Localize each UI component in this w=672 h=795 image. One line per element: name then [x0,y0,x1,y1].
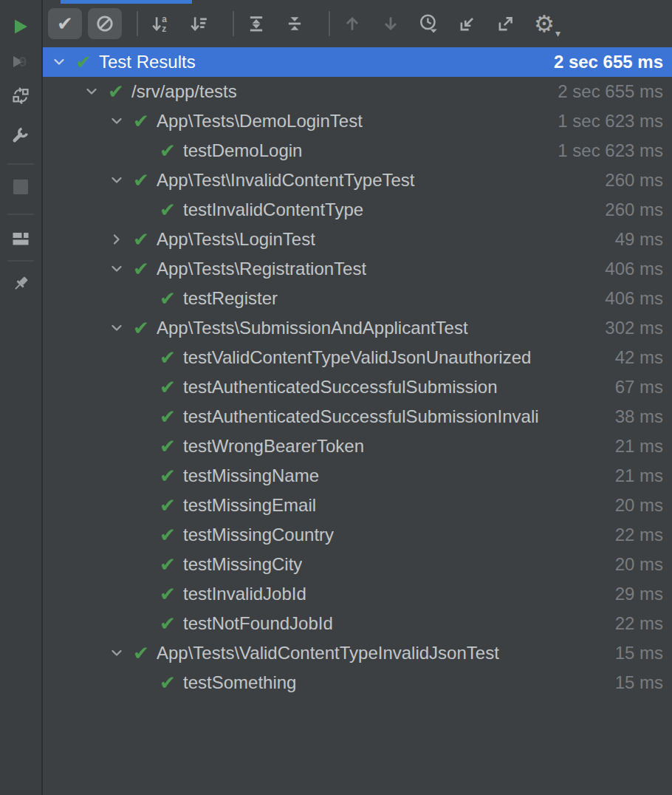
test-name: testInvalidJobId [183,584,306,604]
test-passed-icon: ✔ [106,82,126,101]
test-name: testMissingCountry [183,525,334,545]
svg-text:z: z [162,24,166,33]
test-name: testInvalidContentType [183,199,363,220]
test-passed-icon: ✔ [158,466,177,485]
test-passed-icon: ✔ [158,673,177,692]
test-name: App\Tests\SubmissionAndApplicantTest [157,318,468,338]
test-tree-row[interactable]: ✔testValidContentTypeValidJsonUnauthoriz… [43,343,672,372]
test-tree-row[interactable]: ✔testAuthenticatedSuccessfulSubmission67… [43,372,672,402]
rerun-button[interactable] [11,17,30,36]
test-passed-icon: ✔ [158,614,177,633]
test-name: testMissingCity [183,554,302,575]
rerun-failed-tests-icon: 9 [11,52,30,72]
toggle-auto-test-button[interactable] [11,86,30,106]
test-tree-row[interactable]: ✔App\Test\InvalidContentTypeTest260 ms [43,166,672,195]
chevron-down-icon[interactable] [108,319,126,337]
test-passed-icon: ✔ [74,52,93,72]
test-duration: 15 ms [608,672,663,693]
pin-icon [11,274,30,293]
test-passed-icon: ✔ [131,112,151,131]
show-passed-button[interactable]: ✔ [48,8,82,39]
test-passed-icon: ✔ [131,171,151,190]
test-tree-row[interactable]: ✔testMissingCity20 ms [43,550,672,579]
test-tree-row[interactable]: ✔testMissingName21 ms [43,461,672,491]
chevron-down-icon[interactable] [108,260,126,278]
test-tree-row[interactable]: ✔testRegister406 ms [43,284,672,313]
toolbar-separator [233,11,234,36]
import-arrow-icon [458,14,477,33]
test-name: testDemoLogin [183,140,302,161]
test-passed-icon: ✔ [158,437,177,456]
test-name: App\Tests\RegistrationTest [157,259,366,279]
test-tree-row[interactable]: ✔testMissingEmail20 ms [43,491,672,520]
show-ignored-button[interactable] [88,8,122,39]
pin-tab-button[interactable] [11,274,30,293]
collapse-all-button[interactable] [281,10,308,37]
test-tree-row[interactable]: ✔testInvalidContentType260 ms [43,195,672,225]
test-name: App\Tests\ValidContentTypeInvalidJsonTes… [157,643,499,663]
expand-all-button[interactable] [243,10,270,37]
test-tree-row[interactable]: ✔App\Tests\LoginTest49 ms [43,225,672,254]
test-tree-row[interactable]: ✔testNotFoundJobId22 ms [43,609,672,638]
sort-by-duration-button[interactable] [185,10,212,37]
test-duration: 42 ms [608,347,663,368]
test-name: testValidContentTypeValidJsonUnauthorize… [183,347,531,368]
expand-all-icon [247,14,266,33]
next-failed-test-button [377,10,404,37]
options-button[interactable]: ⚙ ▾ [531,10,558,37]
test-duration: 49 ms [608,229,663,250]
test-results-root-row[interactable]: ✔Test Results2 sec 655 ms [43,47,672,77]
test-tree-row[interactable]: ✔testInvalidJobId29 ms [43,579,672,609]
chevron-down-icon[interactable] [108,644,126,662]
checkmark-icon: ✔ [57,14,73,33]
chevron-down-icon[interactable] [108,112,126,130]
test-tree-row[interactable]: ✔App\Tests\ValidContentTypeInvalidJsonTe… [43,638,672,668]
test-passed-icon: ✔ [158,407,177,426]
test-duration: 302 ms [597,318,663,338]
previous-failed-test-button [339,10,366,37]
test-passed-icon: ✔ [158,525,177,545]
settings-wrench-button[interactable] [11,126,30,145]
sort-alphabetically-button[interactable]: a z [147,10,174,37]
test-duration: 20 ms [608,554,663,575]
chevron-down-icon[interactable] [50,53,68,71]
collapse-all-icon [285,14,304,33]
test-duration: 29 ms [608,584,663,604]
chevron-down-icon: ▾ [555,27,560,39]
test-tree-row[interactable]: ✔testAuthenticatedSuccessfulSubmissionIn… [43,402,672,431]
test-name: App\Test\InvalidContentTypeTest [157,170,415,191]
test-tree-row[interactable]: ✔App\Tests\DemoLoginTest1 sec 623 ms [43,106,672,136]
chevron-down-icon[interactable] [83,83,100,100]
test-name: testNotFoundJobId [183,613,333,634]
toolbar-separator [329,11,330,36]
test-duration: 1 sec 623 ms [550,140,663,161]
chevron-right-icon[interactable] [108,231,126,248]
test-duration: 22 ms [608,613,663,634]
test-tree-row[interactable]: ✔/srv/app/tests2 sec 655 ms [43,77,672,106]
test-duration: 67 ms [608,377,663,398]
test-results-main: ✔ a z [43,0,672,795]
test-name: testSomething [183,672,296,693]
export-test-results-button[interactable] [493,10,519,37]
chevron-down-icon[interactable] [108,171,126,189]
rerun-failed-tests-button: 9 [11,52,30,72]
test-history-button[interactable] [416,10,442,37]
clock-history-icon [419,13,439,34]
test-tree-row[interactable]: ✔testDemoLogin1 sec 623 ms [43,136,672,166]
test-tree-row[interactable]: ✔App\Tests\RegistrationTest406 ms [43,254,672,284]
test-duration: 1 sec 623 ms [550,111,663,132]
test-runner-panel: 9 [0,0,672,795]
stop-button [11,177,30,197]
restore-layout-button[interactable] [11,229,30,248]
test-tree-row[interactable]: ✔testMissingCountry22 ms [43,520,672,550]
test-tree-row[interactable]: ✔App\Tests\SubmissionAndApplicantTest302… [43,313,672,343]
test-tree-row[interactable]: ✔testSomething15 ms [43,668,672,697]
layout-blocks-icon [11,229,30,248]
import-test-results-button[interactable] [454,10,481,37]
stop-icon [11,177,30,197]
test-tree-row[interactable]: ✔testWrongBearerToken21 ms [43,431,672,461]
test-duration: 406 ms [597,288,663,309]
test-tree: ✔Test Results2 sec 655 ms✔/srv/app/tests… [43,47,672,697]
active-tab-indicator [61,0,192,4]
test-name: App\Tests\LoginTest [157,229,315,250]
